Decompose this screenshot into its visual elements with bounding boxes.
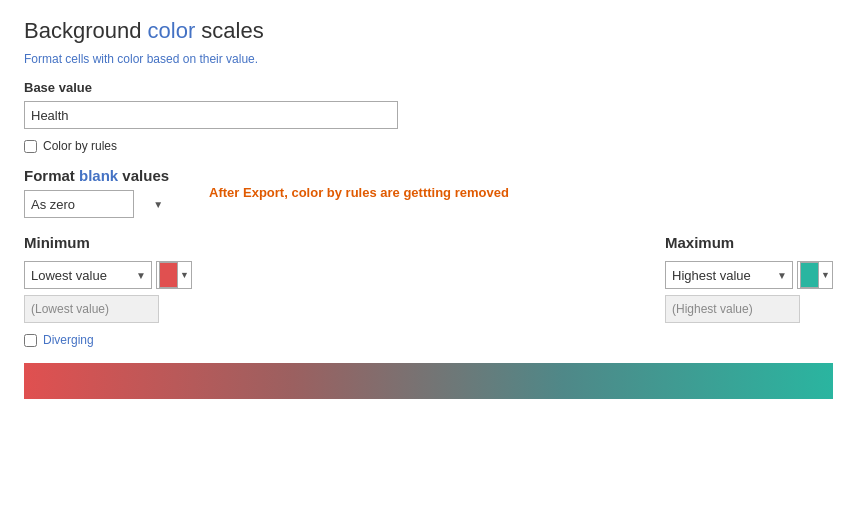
gradient-bar [24, 363, 833, 399]
diverging-label: Diverging [43, 333, 94, 347]
minimum-color-box [159, 262, 178, 288]
minimum-select-wrapper: Lowest value Number Percent Percentile ▼ [24, 261, 152, 289]
maximum-select[interactable]: Highest value Number Percent Percentile [665, 261, 793, 289]
minimum-placeholder-input: (Lowest value) [24, 295, 159, 323]
minimum-select[interactable]: Lowest value Number Percent Percentile [24, 261, 152, 289]
maximum-placeholder-input: (Highest value) [665, 295, 800, 323]
page-title: Background color scales [24, 18, 833, 44]
format-blank-section: Format blank values As zero As empty As … [24, 167, 169, 218]
minimum-controls: Lowest value Number Percent Percentile ▼… [24, 261, 192, 289]
maximum-placeholder-text: (Highest value) [672, 302, 753, 316]
maximum-controls: Highest value Number Percent Percentile … [665, 261, 833, 289]
color-by-rules-row: Color by rules [24, 139, 833, 153]
format-blank-part2: blank [79, 167, 118, 184]
format-blank-warning-row: Format blank values As zero As empty As … [24, 167, 833, 218]
format-blank-select-arrow: ▼ [153, 199, 163, 210]
diverging-row: Diverging [24, 333, 833, 347]
title-part2: color [148, 18, 196, 43]
subtitle-text: Format cells with color based on their v… [24, 52, 833, 66]
color-by-rules-label: Color by rules [43, 139, 117, 153]
minimum-placeholder-text: (Lowest value) [31, 302, 109, 316]
minimum-section: Minimum Lowest value Number Percent Perc… [24, 234, 192, 323]
maximum-section: Maximum Highest value Number Percent Per… [665, 234, 833, 323]
title-part3: scales [195, 18, 263, 43]
diverging-checkbox[interactable] [24, 334, 37, 347]
base-value-label: Base value [24, 80, 833, 95]
format-blank-label: Format blank values [24, 167, 169, 184]
title-part1: Background [24, 18, 148, 43]
maximum-color-arrow: ▼ [821, 270, 830, 280]
minimum-color-button[interactable]: ▼ [156, 261, 192, 289]
format-blank-part1: Format [24, 167, 79, 184]
maximum-color-button[interactable]: ▼ [797, 261, 833, 289]
maximum-select-wrapper: Highest value Number Percent Percentile … [665, 261, 793, 289]
maximum-color-box [800, 262, 819, 288]
min-max-row: Minimum Lowest value Number Percent Perc… [24, 234, 833, 323]
warning-text: After Export, color by rules are getttin… [209, 185, 509, 200]
format-blank-select[interactable]: As zero As empty As minimum [24, 190, 134, 218]
minimum-label: Minimum [24, 234, 192, 251]
minimum-color-arrow: ▼ [180, 270, 189, 280]
base-value-input[interactable] [24, 101, 398, 129]
format-blank-part3: values [118, 167, 169, 184]
color-by-rules-checkbox[interactable] [24, 140, 37, 153]
maximum-label: Maximum [665, 234, 734, 251]
format-blank-select-wrapper: As zero As empty As minimum ▼ [24, 190, 169, 218]
